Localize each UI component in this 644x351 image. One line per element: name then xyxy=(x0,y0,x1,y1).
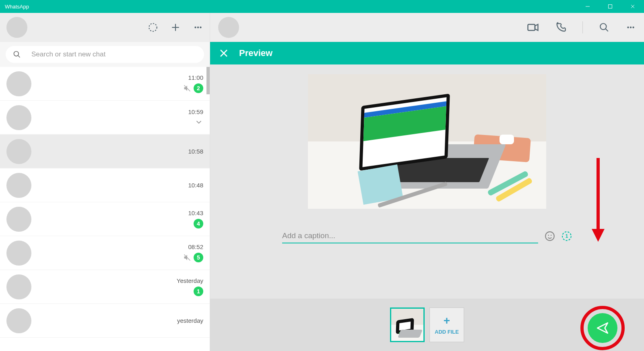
chat-avatar xyxy=(6,207,31,232)
menu-dots-icon[interactable] xyxy=(193,22,203,33)
svg-point-4 xyxy=(149,23,157,31)
chat-item[interactable]: 10:59 xyxy=(0,101,210,135)
svg-point-19 xyxy=(630,26,632,28)
chat-time: yesterday xyxy=(177,317,203,324)
emoji-icon[interactable] xyxy=(545,231,555,241)
chat-avatar xyxy=(6,308,31,333)
window-title: WhatsApp xyxy=(5,4,29,10)
svg-point-25 xyxy=(551,235,552,236)
voice-call-icon[interactable] xyxy=(555,22,566,33)
preview-bar: Preview xyxy=(210,42,644,64)
chat-time: 08:52 xyxy=(188,243,203,250)
chat-item[interactable]: 10:43 4 xyxy=(0,202,210,236)
chat-avatar xyxy=(6,139,31,164)
chat-item[interactable]: yesterday xyxy=(0,304,210,338)
chat-avatar xyxy=(6,105,31,130)
svg-point-18 xyxy=(627,26,629,28)
chat-time: 10:59 xyxy=(188,108,203,115)
svg-point-24 xyxy=(548,235,549,236)
contact-avatar[interactable] xyxy=(218,17,239,38)
chat-avatar xyxy=(6,241,31,266)
search-icon xyxy=(13,50,21,58)
plus-icon: + xyxy=(444,315,450,326)
chat-time: 10:58 xyxy=(188,148,203,155)
chat-item[interactable]: Yesterday 1 xyxy=(0,270,210,304)
chat-time: Yesterday xyxy=(177,277,203,284)
svg-marker-15 xyxy=(535,24,538,30)
unread-badge: 4 xyxy=(194,219,203,228)
add-file-label: ADD FILE xyxy=(435,329,459,335)
profile-avatar[interactable] xyxy=(6,17,27,38)
window-close-button[interactable] xyxy=(621,0,644,13)
new-chat-icon[interactable] xyxy=(170,22,181,33)
close-preview-icon[interactable] xyxy=(219,48,229,58)
svg-text:1: 1 xyxy=(566,233,568,239)
scrollbar-thumb[interactable] xyxy=(206,67,210,94)
chevron-down-icon xyxy=(194,118,203,127)
send-button[interactable] xyxy=(588,313,617,343)
chat-avatar xyxy=(6,274,31,299)
unread-badge: 5 xyxy=(194,253,203,262)
divider xyxy=(582,21,583,33)
chat-menu-dots-icon[interactable] xyxy=(625,22,636,33)
muted-icon xyxy=(183,84,191,92)
svg-rect-1 xyxy=(609,5,612,8)
caption-row: 1 xyxy=(282,229,572,243)
status-icon[interactable] xyxy=(148,22,158,33)
chat-time: 10:43 xyxy=(188,210,203,216)
svg-point-8 xyxy=(197,27,199,28)
chat-time: 10:48 xyxy=(188,182,203,189)
chat-list-panel: 11:00 2 10:59 xyxy=(0,13,210,351)
preview-title: Preview xyxy=(239,48,272,58)
preview-body: 1 xyxy=(210,64,644,299)
chat-item[interactable]: 08:52 5 xyxy=(0,236,210,270)
window-titlebar: WhatsApp xyxy=(0,0,644,13)
view-once-icon[interactable]: 1 xyxy=(561,231,572,241)
search-in-chat-icon[interactable] xyxy=(599,22,609,33)
svg-line-17 xyxy=(605,29,608,31)
unread-badge: 1 xyxy=(194,287,203,296)
search-input[interactable] xyxy=(31,50,197,58)
attachment-strip: + ADD FILE xyxy=(210,299,644,351)
chat-avatar xyxy=(6,71,31,96)
chat-time: 11:00 xyxy=(188,74,203,81)
right-header xyxy=(210,13,644,42)
chat-item[interactable]: 11:00 2 xyxy=(0,67,210,101)
chat-list[interactable]: 11:00 2 10:59 xyxy=(0,67,210,351)
chat-avatar xyxy=(6,173,31,198)
svg-point-23 xyxy=(545,232,554,241)
caption-input[interactable] xyxy=(282,231,538,240)
video-call-icon[interactable] xyxy=(527,21,539,33)
attachment-thumbnail[interactable] xyxy=(390,307,425,342)
chat-item[interactable]: 10:48 xyxy=(0,168,210,202)
svg-point-16 xyxy=(600,23,606,29)
left-header xyxy=(0,13,210,42)
muted-icon xyxy=(183,253,191,262)
svg-point-7 xyxy=(194,27,196,28)
conversation-panel: Preview xyxy=(210,13,644,351)
chat-item[interactable]: 10:58 xyxy=(0,135,210,168)
window-maximize-button[interactable] xyxy=(599,0,621,13)
preview-image[interactable] xyxy=(308,74,546,209)
svg-point-20 xyxy=(632,26,634,28)
add-file-button[interactable]: + ADD FILE xyxy=(429,307,464,342)
svg-point-9 xyxy=(200,27,201,28)
svg-line-11 xyxy=(18,56,20,58)
svg-rect-14 xyxy=(528,24,535,30)
search-box[interactable] xyxy=(6,46,204,63)
window-minimize-button[interactable] xyxy=(576,0,599,13)
svg-point-10 xyxy=(14,52,19,56)
unread-badge: 2 xyxy=(194,83,203,93)
search-bar xyxy=(0,42,210,67)
